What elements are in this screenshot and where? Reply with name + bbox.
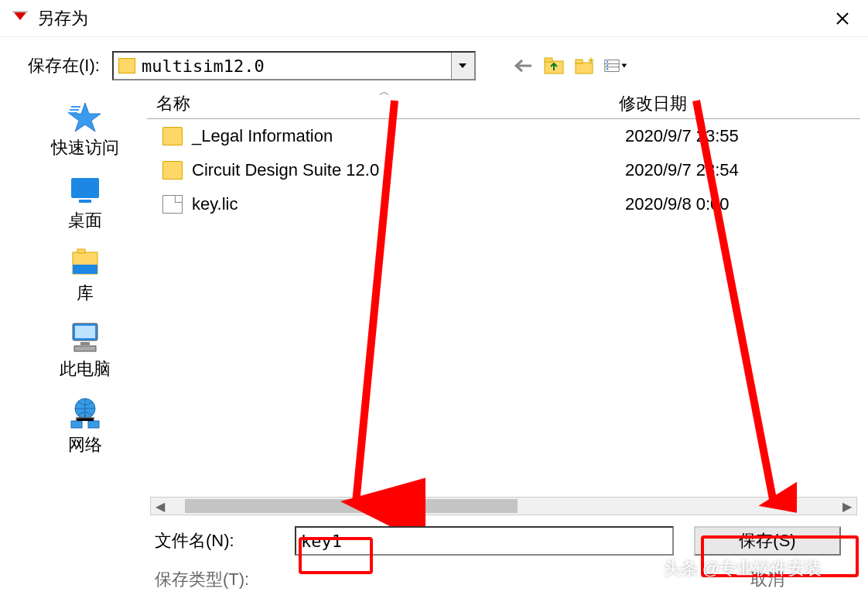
up-folder-icon[interactable] — [542, 55, 566, 77]
quick-access-icon — [67, 101, 104, 133]
scroll-left-icon[interactable]: ◀ — [151, 499, 169, 514]
app-icon — [11, 9, 29, 28]
svg-rect-18 — [74, 346, 96, 351]
filename-label: 文件名(N): — [155, 529, 275, 552]
chevron-down-icon[interactable] — [451, 53, 474, 79]
svg-rect-3 — [576, 60, 583, 63]
svg-rect-16 — [75, 326, 95, 338]
window-title: 另存为 — [37, 7, 823, 30]
sidebar-quick-access[interactable]: 快速访问 — [23, 96, 147, 164]
network-icon — [67, 396, 104, 430]
folder-icon — [162, 127, 183, 145]
list-item[interactable]: _Legal Information 2020/9/7 23:55 — [147, 119, 860, 153]
svg-rect-17 — [80, 342, 90, 345]
folder-icon — [162, 161, 183, 180]
libraries-icon — [67, 248, 104, 279]
svg-point-9 — [607, 68, 608, 70]
save-in-label: 保存在(I): — [28, 54, 100, 77]
sort-indicator-icon: ︿ — [379, 85, 390, 99]
svg-rect-11 — [79, 200, 91, 203]
sidebar-desktop[interactable]: 桌面 — [23, 170, 147, 237]
new-folder-icon[interactable] — [573, 55, 596, 77]
pc-icon — [67, 320, 104, 354]
scroll-thumb[interactable] — [185, 499, 518, 513]
svg-rect-10 — [71, 178, 99, 198]
save-button[interactable]: 保存(S) — [694, 526, 841, 556]
sidebar-libraries[interactable]: 库 — [23, 243, 147, 310]
location-text: multisim12.0 — [142, 56, 451, 76]
filetype-label: 保存类型(T): — [155, 568, 275, 591]
svg-rect-21 — [88, 421, 99, 428]
folder-icon — [118, 58, 135, 74]
column-date[interactable]: 修改日期 — [619, 92, 820, 115]
svg-rect-20 — [71, 421, 82, 428]
back-icon[interactable] — [511, 55, 535, 77]
close-button[interactable] — [823, 3, 862, 34]
sidebar-this-pc[interactable]: 此电脑 — [23, 316, 147, 385]
scroll-right-icon[interactable]: ▶ — [838, 499, 856, 514]
file-list[interactable]: _Legal Information 2020/9/7 23:55 Circui… — [147, 119, 860, 497]
list-item[interactable]: key.lic 2020/9/8 0:00 — [147, 187, 860, 221]
svg-rect-2 — [576, 63, 593, 74]
filename-input[interactable] — [295, 526, 674, 556]
cancel-button[interactable]: 取消 — [694, 568, 841, 591]
file-icon — [162, 195, 183, 214]
svg-point-7 — [607, 61, 608, 63]
svg-rect-14 — [77, 249, 85, 253]
list-item[interactable]: Circuit Design Suite 12.0 2020/9/7 23:54 — [147, 153, 860, 187]
horizontal-scrollbar[interactable]: ◀ ▶ — [150, 497, 857, 515]
svg-point-8 — [607, 64, 608, 66]
column-headers[interactable]: ︿ 名称 修改日期 — [147, 88, 860, 119]
sidebar-network[interactable]: 网络 — [23, 392, 147, 461]
desktop-icon — [67, 175, 104, 206]
svg-rect-13 — [73, 265, 97, 274]
view-menu-icon[interactable] — [604, 55, 627, 77]
location-dropdown[interactable]: multisim12.0 — [112, 51, 476, 80]
svg-rect-1 — [545, 58, 552, 62]
